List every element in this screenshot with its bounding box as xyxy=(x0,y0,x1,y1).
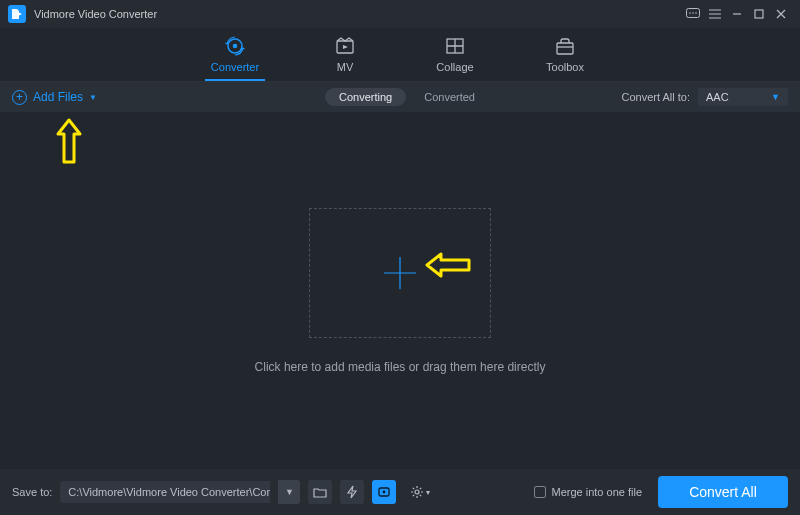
maximize-button[interactable] xyxy=(748,3,770,25)
converter-icon xyxy=(224,36,246,56)
add-files-button[interactable]: + Add Files ▼ xyxy=(12,90,97,105)
tab-mv[interactable]: MV xyxy=(315,36,375,81)
chevron-down-icon: ▾ xyxy=(426,488,430,497)
tab-converter[interactable]: Converter xyxy=(205,36,265,81)
convert-all-button[interactable]: Convert All xyxy=(658,476,788,508)
mv-icon xyxy=(334,36,356,56)
tab-toolbox[interactable]: Toolbox xyxy=(535,36,595,81)
gpu-accel-toggle[interactable] xyxy=(372,480,396,504)
save-path-field[interactable]: C:\Vidmore\Vidmore Video Converter\Conve… xyxy=(60,481,270,503)
open-folder-button[interactable] xyxy=(308,480,332,504)
converting-tab[interactable]: Converting xyxy=(325,88,406,106)
collage-icon xyxy=(444,36,466,56)
converted-tab[interactable]: Converted xyxy=(424,91,475,103)
app-logo-icon xyxy=(8,5,26,23)
big-plus-icon xyxy=(378,251,422,295)
minimize-button[interactable] xyxy=(726,3,748,25)
high-speed-toggle[interactable] xyxy=(340,480,364,504)
main-tabs: Converter MV Collage Toolbox xyxy=(0,28,800,82)
plus-circle-icon: + xyxy=(12,90,27,105)
title-bar: Vidmore Video Converter xyxy=(0,0,800,28)
bottom-bar: Save to: C:\Vidmore\Vidmore Video Conver… xyxy=(0,469,800,515)
tab-mv-label: MV xyxy=(337,61,354,73)
chevron-down-icon: ▼ xyxy=(771,92,780,102)
feedback-icon[interactable] xyxy=(682,3,704,25)
save-to-label: Save to: xyxy=(12,486,52,498)
svg-point-6 xyxy=(233,44,238,49)
secondary-bar: + Add Files ▼ Converting Converted Conve… xyxy=(0,82,800,112)
app-title: Vidmore Video Converter xyxy=(34,8,157,20)
svg-point-2 xyxy=(692,12,694,14)
toolbox-icon xyxy=(554,36,576,56)
gear-icon xyxy=(410,485,424,499)
conversion-state-tabs: Converting Converted xyxy=(325,88,475,106)
menu-icon[interactable] xyxy=(704,3,726,25)
svg-rect-9 xyxy=(557,43,573,54)
save-path-dropdown[interactable]: ▼ xyxy=(278,480,300,504)
tab-toolbox-label: Toolbox xyxy=(546,61,584,73)
checkbox-box-icon xyxy=(534,486,546,498)
add-files-label: Add Files xyxy=(33,90,83,104)
svg-point-1 xyxy=(689,12,691,14)
merge-label: Merge into one file xyxy=(552,486,643,498)
drop-instructions: Click here to add media files or drag th… xyxy=(255,360,546,374)
output-format-select[interactable]: AAC ▼ xyxy=(698,88,788,106)
svg-point-3 xyxy=(695,12,697,14)
output-format-value: AAC xyxy=(706,91,729,103)
tab-collage-label: Collage xyxy=(436,61,473,73)
tab-collage[interactable]: Collage xyxy=(425,36,485,81)
svg-rect-4 xyxy=(755,10,763,18)
chevron-down-icon: ▼ xyxy=(89,93,97,102)
convert-all-to-label: Convert All to: xyxy=(622,91,690,103)
merge-checkbox[interactable]: Merge into one file xyxy=(534,486,643,498)
tab-converter-label: Converter xyxy=(211,61,259,73)
svg-point-12 xyxy=(415,490,419,494)
close-button[interactable] xyxy=(770,3,792,25)
workspace: Click here to add media files or drag th… xyxy=(0,112,800,469)
settings-button[interactable]: ▾ xyxy=(404,480,436,504)
svg-point-11 xyxy=(383,491,386,494)
drop-zone[interactable] xyxy=(309,208,491,338)
